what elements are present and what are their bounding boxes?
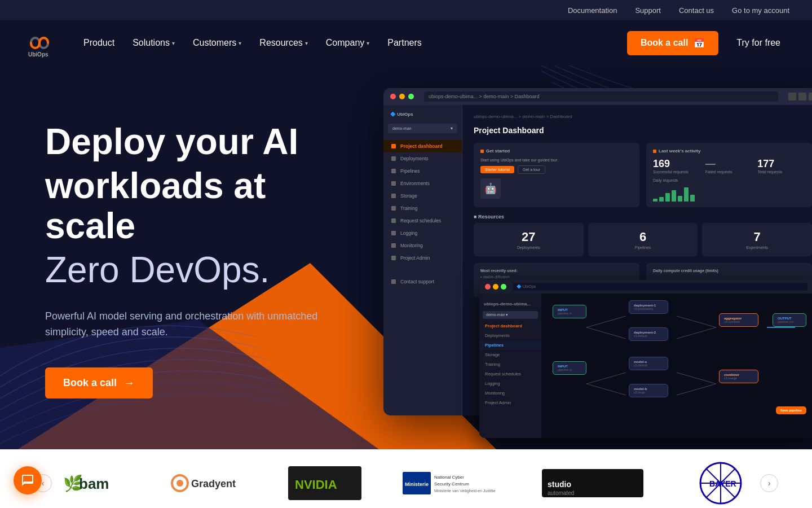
svg-text:BAYER: BAYER bbox=[709, 479, 736, 488]
nav-product[interactable]: Product bbox=[83, 38, 114, 48]
nav-links: Product Solutions ▾ Customers ▾ Resource… bbox=[83, 38, 627, 48]
svg-line-10 bbox=[677, 373, 716, 384]
topbar: Documentation Support Contact us Go to m… bbox=[0, 0, 812, 20]
hero-title-line2: workloads at scale bbox=[45, 166, 350, 246]
client-logo-bam: 🌿 bam bbox=[52, 466, 131, 500]
topbar-account[interactable]: Go to my account bbox=[732, 6, 789, 15]
navbar: UbiOps Product Solutions ▾ Customers ▾ R… bbox=[0, 20, 812, 65]
client-logo-studio-automated: studio automated bbox=[542, 466, 643, 500]
client-logo-ncsc: Ministerie National Cyber Security Centr… bbox=[403, 466, 504, 500]
hero-content: Deploy your AI workloads at scale Zero D… bbox=[0, 65, 383, 432]
topbar-documentation[interactable]: Documentation bbox=[568, 6, 617, 15]
svg-text:bam: bam bbox=[79, 475, 109, 492]
svg-line-11 bbox=[677, 384, 716, 395]
client-logo-bayer: BAYER bbox=[681, 466, 760, 500]
nav-company[interactable]: Company ▾ bbox=[326, 38, 369, 48]
logo[interactable]: UbiOps bbox=[23, 26, 56, 60]
chevron-down-icon: ▾ bbox=[305, 40, 308, 46]
clients-bar: ‹ 🌿 bam Gradyent NVIDIA bbox=[0, 449, 812, 508]
hero-book-call-button[interactable]: Book a call → bbox=[45, 367, 153, 398]
hero-section: Deploy your AI workloads at scale Zero D… bbox=[0, 65, 812, 449]
chat-bubble-button[interactable] bbox=[14, 466, 42, 494]
hero-title-line1: Deploy your AI bbox=[45, 122, 350, 161]
nav-resources[interactable]: Resources ▾ bbox=[259, 38, 307, 48]
clients-next-button[interactable]: › bbox=[760, 474, 778, 492]
try-free-button[interactable]: Try for free bbox=[727, 33, 789, 52]
svg-line-6 bbox=[677, 327, 716, 339]
svg-line-8 bbox=[586, 373, 626, 384]
svg-line-5 bbox=[677, 316, 716, 327]
svg-text:National Cyber: National Cyber bbox=[434, 475, 464, 480]
arrow-right-icon: → bbox=[123, 376, 135, 389]
svg-text:NVIDIA: NVIDIA bbox=[295, 478, 337, 492]
svg-text:Ministerie van Veiligheid en J: Ministerie van Veiligheid en Justitie bbox=[434, 489, 496, 493]
svg-text:Ministerie: Ministerie bbox=[405, 481, 429, 487]
client-logo-nvidia: NVIDIA bbox=[285, 466, 364, 500]
client-logos-row: 🌿 bam Gradyent NVIDIA Ministerie Nat bbox=[52, 466, 760, 500]
chevron-down-icon: ▾ bbox=[172, 40, 175, 46]
book-call-button[interactable]: Book a call 📅 bbox=[627, 31, 718, 55]
svg-text:Gradyent: Gradyent bbox=[191, 478, 236, 489]
svg-text:studio: studio bbox=[548, 480, 571, 489]
chevron-down-icon: ▾ bbox=[367, 40, 369, 46]
svg-line-3 bbox=[586, 316, 626, 327]
svg-text:Security Centrum: Security Centrum bbox=[434, 481, 469, 487]
svg-line-4 bbox=[586, 327, 626, 339]
topbar-contact[interactable]: Contact us bbox=[679, 6, 714, 15]
nav-solutions[interactable]: Solutions ▾ bbox=[133, 38, 175, 48]
nav-actions: Book a call 📅 Try for free bbox=[627, 31, 789, 55]
hero-title-light: Zero DevOps. bbox=[45, 250, 350, 290]
calendar-icon: 📅 bbox=[694, 38, 705, 49]
hero-subtitle: Powerful AI model serving and orchestrat… bbox=[45, 308, 338, 341]
nav-customers[interactable]: Customers ▾ bbox=[193, 38, 241, 48]
nav-partners[interactable]: Partners bbox=[387, 38, 421, 48]
topbar-support[interactable]: Support bbox=[635, 6, 661, 15]
svg-point-15 bbox=[176, 480, 183, 487]
svg-text:automated: automated bbox=[548, 490, 574, 496]
svg-text:UbiOps: UbiOps bbox=[28, 51, 48, 58]
client-logo-gradyent: Gradyent bbox=[169, 466, 248, 500]
svg-line-9 bbox=[586, 384, 626, 395]
pipeline-overlay: 🔷 UbiOps ubiops-demo-ubima... demo-man ▾… bbox=[479, 280, 812, 438]
chevron-down-icon: ▾ bbox=[239, 40, 241, 46]
